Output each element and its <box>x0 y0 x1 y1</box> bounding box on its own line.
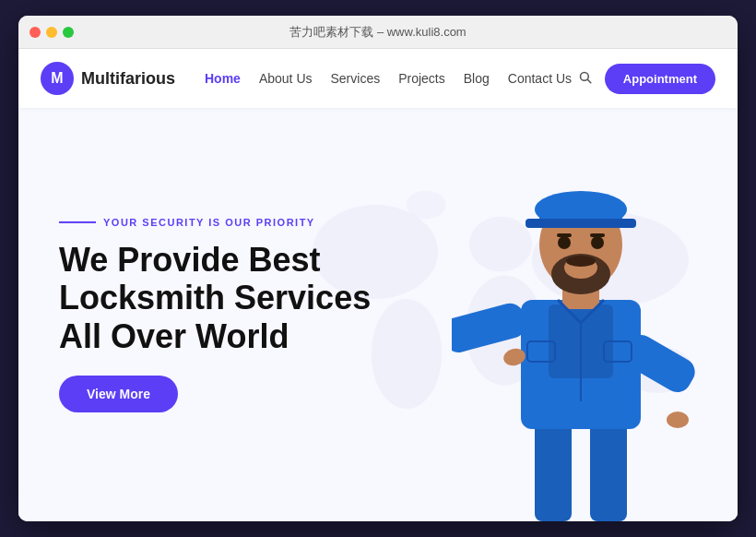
nav-links: Home About Us Services Projects Blog Con… <box>205 70 578 87</box>
svg-point-8 <box>407 191 446 220</box>
browser-titlebar: 苦力吧素材下载 – www.kuli8.com <box>18 16 738 49</box>
hero-tagline-container: YOUR SECURITY IS OUR PRIORITY <box>59 217 391 228</box>
hero-title: We Provide Best Locksmith Services All O… <box>59 241 391 355</box>
maximize-dot[interactable] <box>63 27 74 38</box>
browser-dots <box>30 27 74 38</box>
hero-person <box>452 143 710 521</box>
svg-point-28 <box>566 256 596 267</box>
logo-icon: M <box>41 62 74 95</box>
svg-point-24 <box>558 236 571 249</box>
hero-section: YOUR SECURITY IS OUR PRIORITY We Provide… <box>18 108 738 521</box>
nav-link-services[interactable]: Services <box>331 71 381 86</box>
nav-link-contact[interactable]: Contact Us <box>508 71 572 86</box>
hero-tag-bar <box>59 221 96 223</box>
hero-content: YOUR SECURITY IS OUR PRIORITY We Provide… <box>59 217 391 412</box>
svg-point-25 <box>591 236 604 249</box>
view-more-button[interactable]: View More <box>59 376 178 412</box>
nav-link-home[interactable]: Home <box>205 71 241 86</box>
svg-rect-27 <box>590 233 605 237</box>
search-icon[interactable] <box>578 70 592 87</box>
svg-rect-21 <box>526 219 636 228</box>
browser-title: 苦力吧素材下载 – www.kuli8.com <box>289 24 466 41</box>
svg-rect-26 <box>557 233 572 237</box>
svg-point-16 <box>667 412 689 428</box>
browser-window: 苦力吧素材下载 – www.kuli8.com M Multifarious H… <box>18 16 738 521</box>
nav-logo[interactable]: M Multifarious <box>41 62 175 95</box>
logo-text: Multifarious <box>81 69 175 89</box>
nav-link-about[interactable]: About Us <box>259 71 313 86</box>
close-dot[interactable] <box>30 27 41 38</box>
browser-content: M Multifarious Home About Us Services Pr… <box>18 49 738 521</box>
nav-link-blog[interactable]: Blog <box>464 71 490 86</box>
nav-link-projects[interactable]: Projects <box>398 71 445 86</box>
navbar: M Multifarious Home About Us Services Pr… <box>18 49 738 108</box>
svg-line-1 <box>587 79 590 82</box>
hero-tagline: YOUR SECURITY IS OUR PRIORITY <box>103 217 315 228</box>
svg-rect-13 <box>452 300 529 355</box>
minimize-dot[interactable] <box>46 27 57 38</box>
appointment-button[interactable]: Appointment <box>605 64 715 94</box>
